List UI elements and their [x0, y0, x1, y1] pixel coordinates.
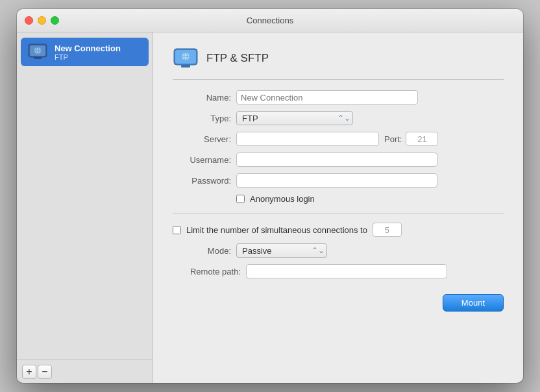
anonymous-checkbox[interactable] — [236, 195, 245, 203]
password-row: Password: — [173, 173, 504, 188]
limit-checkbox[interactable] — [173, 226, 181, 234]
name-label: Name: — [173, 93, 231, 103]
port-group: Port: — [384, 132, 438, 146]
limit-row: Limit the number of simultaneous connect… — [173, 223, 504, 237]
connections-input[interactable] — [373, 223, 402, 237]
remove-connection-button[interactable]: − — [38, 365, 52, 379]
svg-rect-11 — [181, 65, 190, 67]
mode-label: Mode: — [173, 246, 231, 256]
close-button[interactable] — [25, 16, 33, 25]
mode-row: Mode: Passive Active ⌃⌄ — [173, 243, 504, 258]
titlebar: Connections — [17, 9, 523, 32]
sidebar-item-subname: FTP — [55, 53, 121, 61]
traffic-lights — [25, 16, 59, 25]
window-title: Connections — [247, 16, 293, 25]
username-input[interactable] — [236, 153, 437, 167]
sidebar: New Connection FTP + − — [17, 32, 153, 383]
main-window: Connections — [17, 9, 523, 383]
sidebar-item-name: New Connection — [55, 43, 121, 53]
ftp-sftp-icon — [173, 45, 199, 71]
form-area: Name: Type: FTP SFTP FTPS ⌃⌄ — [173, 90, 504, 278]
remote-path-input[interactable] — [246, 264, 447, 278]
username-label: Username: — [173, 155, 231, 165]
anonymous-row: Anonymous login — [236, 194, 504, 204]
password-input[interactable] — [236, 173, 437, 188]
remote-path-row: Remote path: — [173, 264, 504, 278]
mode-select[interactable]: Passive Active — [236, 243, 327, 258]
limit-label[interactable]: Limit the number of simultaneous connect… — [186, 225, 367, 235]
sidebar-list: New Connection FTP — [17, 32, 153, 360]
sidebar-item-new-connection[interactable]: New Connection FTP — [21, 38, 149, 66]
minimize-button[interactable] — [38, 16, 46, 25]
window-body: New Connection FTP + − — [17, 32, 523, 383]
section-header: FTP & SFTP — [173, 45, 504, 80]
main-content: FTP & SFTP Name: Type: FTP SFTP FT — [153, 32, 523, 383]
section-title: FTP & SFTP — [206, 52, 269, 65]
name-input[interactable] — [236, 90, 418, 104]
password-label: Password: — [173, 176, 231, 186]
type-row: Type: FTP SFTP FTPS ⌃⌄ — [173, 111, 504, 125]
svg-rect-5 — [34, 57, 42, 59]
server-input[interactable] — [236, 132, 379, 146]
type-label: Type: — [173, 114, 231, 123]
divider-1 — [173, 213, 504, 214]
remote-path-label: Remote path: — [173, 267, 241, 276]
server-label: Server: — [173, 134, 231, 144]
anonymous-label[interactable]: Anonymous login — [250, 194, 315, 204]
add-connection-button[interactable]: + — [22, 365, 36, 379]
mount-button[interactable]: Mount — [443, 294, 504, 312]
server-row: Server: Port: — [173, 132, 504, 146]
sidebar-item-text: New Connection FTP — [55, 43, 121, 61]
mount-button-row: Mount — [173, 294, 504, 312]
sidebar-footer: + − — [17, 360, 153, 383]
port-input[interactable] — [406, 132, 438, 146]
maximize-button[interactable] — [51, 16, 59, 25]
ftp-connection-icon — [27, 42, 48, 62]
name-row: Name: — [173, 90, 504, 104]
type-select[interactable]: FTP SFTP FTPS — [236, 111, 353, 125]
port-label: Port: — [384, 134, 402, 144]
type-select-wrapper: FTP SFTP FTPS ⌃⌄ — [236, 111, 353, 125]
mode-select-wrapper: Passive Active ⌃⌄ — [236, 243, 327, 258]
username-row: Username: — [173, 153, 504, 167]
